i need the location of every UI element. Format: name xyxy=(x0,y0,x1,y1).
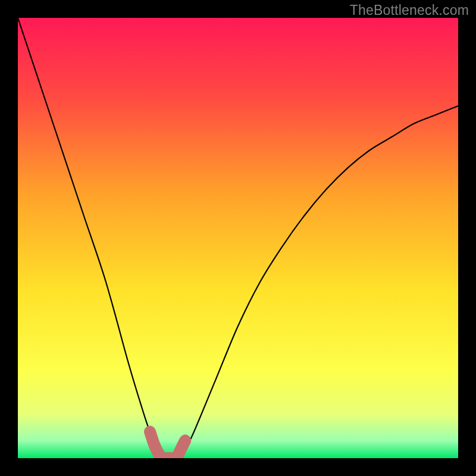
chart-svg xyxy=(18,18,458,458)
chart-frame: TheBottleneck.com xyxy=(0,0,476,476)
plot-area xyxy=(18,18,458,458)
gradient-background xyxy=(18,18,458,458)
watermark-text: TheBottleneck.com xyxy=(350,2,469,18)
